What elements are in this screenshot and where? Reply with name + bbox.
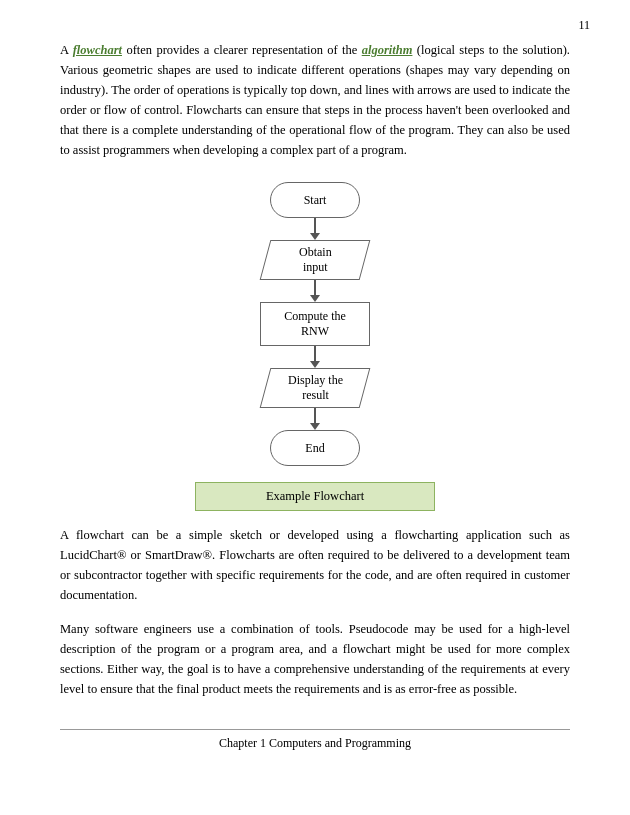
- flowchart-display-label: Display theresult: [288, 373, 343, 403]
- arrow-1: [310, 218, 320, 240]
- flowchart-end: End: [270, 430, 360, 466]
- flowchart-end-label: End: [305, 441, 324, 456]
- flowchart-obtain-input: Obtaininput: [260, 240, 371, 280]
- footer-divider: [60, 729, 570, 730]
- flowchart-start: Start: [270, 182, 360, 218]
- arrow-4: [310, 408, 320, 430]
- flowchart-start-label: Start: [304, 193, 327, 208]
- flowchart-compute-label: Compute theRNW: [284, 309, 346, 339]
- flowchart-caption: Example Flowchart: [195, 482, 435, 511]
- flowchart-obtain-label: Obtaininput: [299, 245, 332, 275]
- flowchart-diagram: Start Obtaininput Compute theRNW Display…: [60, 182, 570, 466]
- paragraph-3: Many software engineers use a combinatio…: [60, 619, 570, 699]
- page-number: 11: [578, 18, 590, 33]
- flowchart-display: Display theresult: [260, 368, 371, 408]
- algorithm-term: algorithm: [362, 43, 413, 57]
- paragraph-2: A flowchart can be a simple sketch or de…: [60, 525, 570, 605]
- flowchart-term: flowchart: [73, 43, 122, 57]
- arrow-3: [310, 346, 320, 368]
- page: 11 A flowchart often provides a clearer …: [0, 0, 630, 815]
- footer-text: Chapter 1 Computers and Programming: [60, 736, 570, 751]
- flowchart-compute: Compute theRNW: [260, 302, 370, 346]
- arrow-2: [310, 280, 320, 302]
- intro-paragraph: A flowchart often provides a clearer rep…: [60, 40, 570, 160]
